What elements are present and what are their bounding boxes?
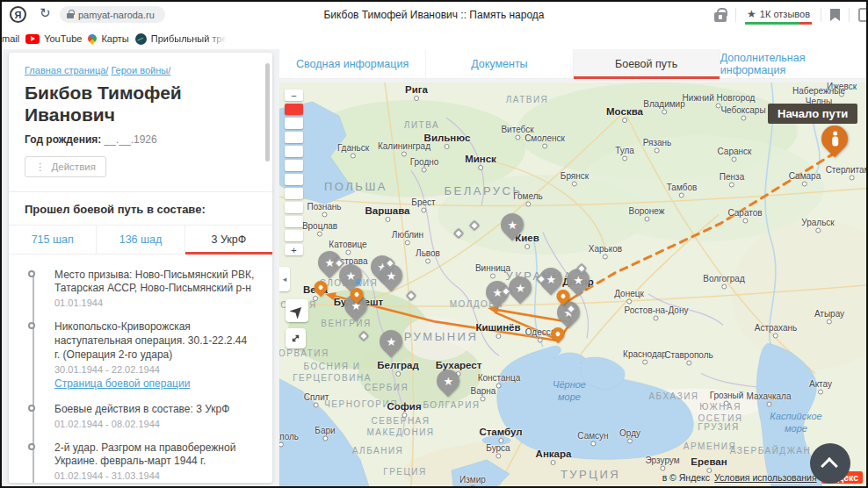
person-card: Главная страница/Герои войны/ Бикбов Тим… bbox=[9, 53, 272, 483]
city-label: Тамбов bbox=[667, 183, 698, 192]
city-label: Рига bbox=[405, 84, 428, 95]
city-label: Ростов-на-Дону bbox=[625, 305, 689, 315]
unit-tab-3ukrf[interactable]: 3 УкрФ bbox=[185, 226, 272, 254]
country-label: БОСНИЯ И ГЕРЦЕГОВИНА bbox=[292, 362, 373, 384]
timeline-item: 2-й удар. Разгром на правобережной Украи… bbox=[28, 441, 255, 484]
country-label: ГРЕЦИЯ bbox=[383, 467, 427, 477]
city-label: Смоленск bbox=[524, 133, 565, 143]
expand-icon bbox=[290, 333, 301, 344]
star-icon: ★ bbox=[747, 8, 756, 20]
tab-summary[interactable]: Сводная информация bbox=[279, 49, 425, 78]
city-label: Калининград bbox=[378, 141, 430, 151]
sidebar-scrollbar[interactable] bbox=[265, 63, 270, 161]
event-star-marker[interactable]: ★ bbox=[380, 330, 402, 353]
route-point-pin[interactable] bbox=[557, 290, 570, 303]
event-star-marker[interactable]: ★ bbox=[437, 370, 459, 392]
tab-documents[interactable]: Документы bbox=[425, 49, 572, 78]
tab-battle-path[interactable]: Боевой путь bbox=[573, 49, 720, 78]
zoom-out-button[interactable]: − bbox=[285, 90, 303, 101]
country-label: ВЕНГРИЯ bbox=[321, 319, 372, 328]
geolocation-button[interactable] bbox=[286, 299, 308, 322]
timeline-date: 01.01.1944 bbox=[54, 298, 255, 308]
city-label: Владимир bbox=[643, 99, 685, 109]
country-label: СЕВЕРНАЯ МАКЕДОНИЯ bbox=[360, 416, 441, 438]
terms-link[interactable]: Условия использования bbox=[714, 472, 817, 483]
city-label: Кишинёв bbox=[475, 322, 520, 333]
scroll-to-top-button[interactable] bbox=[810, 443, 850, 484]
zoom-level-active[interactable] bbox=[285, 104, 303, 115]
divider bbox=[9, 191, 272, 192]
event-star-marker[interactable]: ★ bbox=[501, 213, 524, 236]
city-label: Харьков bbox=[589, 244, 622, 254]
route-point-pin[interactable] bbox=[315, 281, 328, 294]
bookmark-profit[interactable]: Прибыльный тре bbox=[135, 33, 227, 45]
reload-icon[interactable]: ↻ bbox=[40, 5, 51, 21]
country-label: АЗЕРБАЙДЖАН bbox=[730, 446, 812, 456]
reviews-underline bbox=[745, 22, 812, 25]
bookmark-youtube[interactable]: YouTube bbox=[25, 33, 82, 44]
record-tabs: Сводная информация Документы Боевой путь… bbox=[279, 49, 866, 79]
city-label: Тула bbox=[615, 146, 634, 155]
zoom-strip: −+ bbox=[285, 90, 304, 255]
zoom-level-step[interactable] bbox=[285, 160, 303, 171]
zoom-level-step[interactable] bbox=[285, 146, 303, 157]
bookmark-mail[interactable]: mail bbox=[2, 33, 19, 44]
timeline-date: 01.02.1944 - 08.02.1944 bbox=[54, 419, 255, 429]
city-label: Астрахань bbox=[755, 323, 798, 333]
country-label: ТУРЦИЯ bbox=[561, 468, 620, 481]
timeline-dot bbox=[28, 322, 35, 329]
unit-tabs: 715 шап 136 шад 3 УкрФ bbox=[9, 225, 272, 255]
route-point-pin[interactable] bbox=[552, 327, 565, 341]
browser-toolbar: Я ↻ pamyat-naroda.ru Бикбов Тимофей Иван… bbox=[2, 2, 866, 28]
zoom-level-step[interactable] bbox=[285, 188, 303, 199]
zoom-level-step[interactable] bbox=[285, 230, 303, 241]
operation-page-link[interactable]: Страница боевой операции bbox=[54, 377, 190, 390]
timeline-dot bbox=[28, 405, 35, 412]
city-label: Гомель bbox=[513, 191, 542, 201]
profit-site-icon bbox=[135, 33, 147, 45]
zoom-level-step[interactable] bbox=[285, 202, 303, 213]
battle-path-map[interactable]: ЛАТВИЯЛИТВАПОЛЬШАБЕЛАРУСЬУКРАИНАМОЛДОВАР… bbox=[279, 83, 866, 486]
city-label: Брянск bbox=[561, 171, 589, 181]
browser-window: Я ↻ pamyat-naroda.ru Бикбов Тимофей Иван… bbox=[0, 0, 868, 488]
event-star-marker[interactable]: ★ bbox=[509, 276, 532, 299]
zoom-level-step[interactable] bbox=[285, 132, 303, 143]
sea-label: Чёрное море bbox=[540, 379, 598, 404]
kebab-icon: ⋮ bbox=[35, 161, 46, 173]
zoom-in-button[interactable]: + bbox=[285, 244, 303, 255]
event-star-marker[interactable]: ★ bbox=[567, 269, 590, 291]
zoom-level-step[interactable] bbox=[285, 216, 303, 227]
city-label: Ереван bbox=[691, 456, 727, 467]
country-label: БЕЛАРУСЬ bbox=[445, 184, 523, 197]
city-label: Атырау bbox=[814, 309, 844, 319]
page-title: Бикбов Тимофей Иванович bbox=[25, 83, 257, 126]
actions-button[interactable]: ⋮ Действия bbox=[25, 156, 106, 177]
city-label: Гданьск bbox=[337, 143, 369, 153]
breadcrumb-heroes-link[interactable]: Герои войны/ bbox=[111, 65, 170, 75]
city-label: Саранск bbox=[718, 147, 752, 156]
city-label: Сплит bbox=[304, 392, 329, 402]
tab-additional-info[interactable]: Дополнительная информация bbox=[720, 49, 866, 78]
bookmark-maps[interactable]: Карты bbox=[88, 33, 128, 44]
extensions-icon[interactable] bbox=[858, 8, 868, 22]
reviews-badge[interactable]: ★ 1К отзывов bbox=[745, 8, 812, 23]
address-bar[interactable]: pamyat-naroda.ru bbox=[60, 6, 165, 23]
city-label: Грозный bbox=[710, 391, 744, 400]
location-arrow-icon bbox=[289, 303, 305, 319]
bookmark-icon[interactable] bbox=[830, 9, 840, 21]
panel-collapse-button[interactable]: ◂ bbox=[279, 267, 290, 291]
bookmarks-bar: mail YouTube Карты Прибыльный тре bbox=[2, 28, 866, 49]
unit-tab-715shap[interactable]: 715 шап bbox=[9, 226, 97, 254]
zoom-level-step[interactable] bbox=[285, 118, 303, 129]
city-label: Чебоксары bbox=[720, 105, 765, 115]
route-point-pin[interactable] bbox=[351, 288, 364, 301]
route-start-pin[interactable] bbox=[821, 126, 848, 152]
unit-tab-136shad[interactable]: 136 шад bbox=[97, 226, 184, 254]
zoom-level-step[interactable] bbox=[285, 174, 303, 185]
fullscreen-button[interactable] bbox=[286, 328, 306, 348]
protect-icon[interactable] bbox=[714, 12, 727, 22]
yandex-browser-icon[interactable]: Я bbox=[10, 6, 26, 23]
youtube-icon bbox=[25, 34, 40, 44]
breadcrumb-home-link[interactable]: Главная страница/ bbox=[25, 65, 108, 75]
city-label: Винница bbox=[475, 263, 510, 273]
